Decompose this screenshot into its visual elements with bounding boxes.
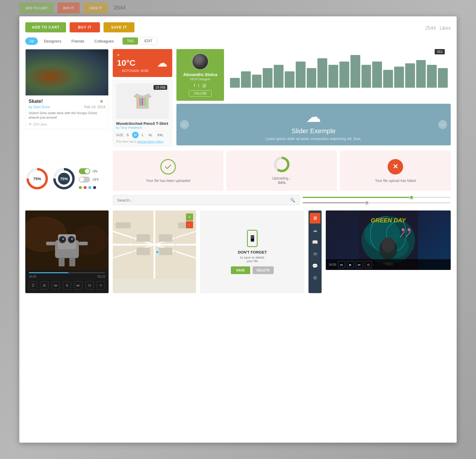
x-circle-icon: ✕	[388, 159, 403, 175]
bottom-right-col: 📱 DON'T FORGET to save or delete your fi…	[200, 210, 304, 293]
bar-6	[285, 71, 295, 88]
map-zoom-out-button[interactable]: -	[186, 221, 193, 228]
video-eq-btn[interactable]: ⊟	[85, 281, 94, 290]
toggle-on[interactable]	[79, 168, 90, 174]
bottom-row: 34:05 65:23 ☰ ⊞ ⏮ ⏸ ⏭ ⊟ ✕	[25, 210, 451, 293]
tab-colleagues[interactable]: Colleagues	[90, 37, 118, 45]
upload-cards-row: Your file has been uploaded Uploading...…	[113, 151, 451, 191]
phone-icon: 📱	[247, 230, 258, 247]
row-1: Skate! ★ by Sam Dunn Feb 19, 2014 Violen…	[25, 49, 451, 147]
size-m[interactable]: M	[132, 132, 139, 138]
skate-card-body: Skate! ★ by Sam Dunn Feb 19, 2014 Violen…	[26, 95, 108, 129]
buy-it-button[interactable]: BUY IT	[70, 22, 100, 32]
dot-green[interactable]	[79, 186, 82, 189]
sliders-container	[303, 194, 451, 206]
product-author: by Tony Headnick	[116, 126, 169, 129]
svg-text:GREEN DAY: GREEN DAY	[371, 217, 406, 224]
bar-2	[241, 71, 251, 88]
gauges-row: 75% 75% ON	[25, 151, 109, 206]
tab-all[interactable]: All	[25, 37, 38, 45]
vnav-monitor[interactable]: 🖥	[310, 213, 320, 224]
follow-button[interactable]: FOLLOW	[189, 90, 212, 97]
slider-next-button[interactable]: →	[438, 120, 447, 129]
skate-footer: 👁 224 Likes	[29, 122, 105, 126]
dont-forget-save-btn[interactable]: SAVE	[231, 266, 250, 274]
vnav-envelope[interactable]: ✉	[310, 249, 320, 259]
video-list-btn[interactable]: ☰	[29, 281, 37, 290]
svg-rect-38	[116, 222, 131, 228]
video-pause-btn[interactable]: ⏸	[63, 281, 71, 290]
time-labels: 34:05 65:23	[29, 275, 105, 278]
tab-friends[interactable]: Friends	[67, 37, 88, 45]
profile-avatar	[192, 53, 209, 70]
skate-card: Skate! ★ by Sam Dunn Feb 19, 2014 Violen…	[25, 49, 109, 129]
cloud-icon: ☁	[157, 57, 167, 69]
toggle-off-row: OFF	[79, 177, 99, 183]
dot-dark[interactable]	[93, 186, 96, 189]
bg-likes: 2544	[111, 2, 128, 13]
size-s[interactable]: S	[125, 133, 130, 137]
twitter-icon[interactable]: t	[198, 83, 199, 88]
dont-forget-delete-btn[interactable]: DELETE	[253, 266, 274, 274]
color-dots	[79, 186, 99, 189]
gauge-2: 75%	[52, 167, 76, 191]
size-l[interactable]: L	[140, 133, 145, 137]
video-progress-track[interactable]	[29, 272, 105, 273]
main-card: ADD TO CART BUY IT SAVE IT 2544 Likes Al…	[19, 16, 457, 443]
video-prev-btn[interactable]: ⏮	[51, 281, 60, 290]
profile-chart-col: Alexandru Stoica UI/UX Designer f t @ FO…	[176, 49, 451, 145]
bar-12	[350, 55, 360, 88]
size-xl[interactable]: XL	[147, 133, 154, 137]
video-close-btn[interactable]: ✕	[97, 281, 105, 290]
likes-number: 2544	[425, 26, 436, 31]
slider-1-thumb[interactable]	[409, 195, 414, 199]
video-time-bar: 34:05 65:23 ☰ ⊞ ⏮ ⏸ ⏭ ⊟ ✕	[25, 270, 109, 293]
svg-rect-34	[137, 234, 150, 242]
svg-rect-25	[59, 257, 65, 266]
slider-prev-button[interactable]: ←	[180, 120, 189, 129]
vnav-book[interactable]: 📖	[310, 237, 320, 247]
music-next-btn[interactable]: ⏭	[356, 261, 363, 268]
search-input[interactable]	[117, 198, 288, 202]
skate-image-content	[26, 49, 108, 95]
dot-teal[interactable]	[88, 186, 91, 189]
bar-10	[328, 65, 338, 88]
tab-tag[interactable]: TAG	[123, 37, 138, 45]
vnav-gear[interactable]: ⚙	[310, 272, 320, 283]
skate-image	[26, 49, 108, 95]
svg-rect-26	[69, 257, 75, 266]
map-zoom-in-button[interactable]: +	[186, 213, 193, 221]
map-zoom-controls: + -	[186, 213, 193, 228]
tshirt-svg	[131, 89, 154, 113]
tab-designers[interactable]: Designers	[40, 37, 65, 45]
video-grid-btn[interactable]: ⊞	[40, 281, 48, 290]
bar-17	[405, 63, 415, 88]
return-policy-link[interactable]: special return policy	[137, 140, 163, 143]
size-label: SIZE	[116, 133, 123, 137]
gauge-2-label: 75%	[60, 176, 68, 181]
size-selector: SIZE S M L XL XXL	[116, 132, 169, 138]
svg-rect-23	[46, 242, 55, 245]
location-pin-icon: 📍	[117, 69, 121, 73]
vnav-chat[interactable]: 💬	[310, 260, 320, 271]
tab-edit[interactable]: EDIT	[140, 37, 157, 45]
facebook-icon[interactable]: f	[194, 83, 195, 88]
vnav-cloud[interactable]: ☁	[310, 225, 320, 235]
music-play-btn[interactable]: ▶	[347, 261, 354, 268]
save-it-button[interactable]: SAVE IT	[104, 22, 135, 32]
svg-point-50	[402, 228, 405, 231]
toggle-off[interactable]	[79, 177, 90, 183]
size-xxl[interactable]: XXL	[156, 133, 165, 137]
slider-1-track[interactable]	[303, 197, 451, 198]
bar-5	[274, 65, 284, 88]
product-image: 19.99$	[116, 83, 169, 119]
dont-forget-title: DON'T FORGET	[238, 250, 267, 254]
add-to-cart-button[interactable]: ADD TO CART	[25, 22, 66, 32]
music-prev-btn[interactable]: ⏮	[338, 261, 345, 268]
slider-2-thumb[interactable]	[365, 201, 369, 205]
slider-2-track[interactable]	[303, 202, 451, 203]
video-next-btn[interactable]: ⏭	[74, 281, 82, 290]
dot-orange[interactable]	[84, 186, 87, 189]
music-eq-btn[interactable]: ⊟	[365, 261, 372, 268]
instagram-icon[interactable]: @	[202, 83, 206, 88]
